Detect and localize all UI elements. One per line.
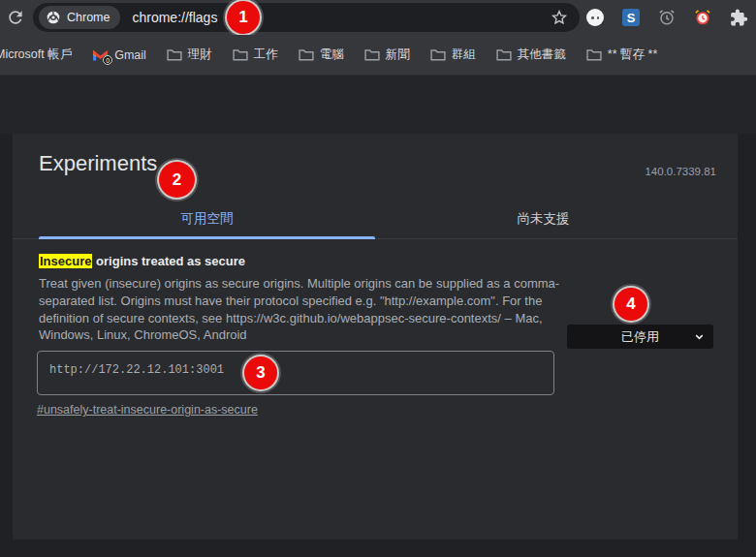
browser-toolbar: Chrome chrome://flags S 1 — [0, 0, 756, 35]
alarm-clock-red-icon[interactable] — [694, 9, 711, 26]
bookmark-label: 理財 — [188, 46, 212, 63]
annotation-badge-4: 4 — [614, 288, 647, 321]
chip-label: Chrome — [67, 11, 110, 24]
folder-icon — [496, 48, 512, 61]
flag-title: Insecure origins treated as secure — [39, 254, 245, 268]
chevron-down-icon — [693, 330, 706, 343]
bookmark-label: 其他書籤 — [518, 46, 566, 63]
flag-permalink[interactable]: #unsafely-treat-insecure-origin-as-secur… — [37, 403, 258, 417]
gmail-icon: 0 — [92, 48, 109, 61]
annotation-badge-2: 2 — [159, 162, 195, 198]
chrome-search-chip[interactable]: Chrome — [39, 6, 120, 29]
bookmark-label: 新聞 — [386, 46, 410, 63]
chrome-logo-icon — [46, 10, 61, 25]
bookmark-folder-temp[interactable]: ** 暫存 ** — [586, 46, 657, 63]
s-extension-icon[interactable]: S — [622, 9, 640, 26]
flags-search-header: Insecure × 全部重設 2 — [0, 76, 756, 134]
bookmark-gmail[interactable]: 0 Gmail — [92, 48, 146, 62]
bookmark-label: ** 暫存 ** — [608, 46, 657, 63]
url-text: chrome://flags — [132, 10, 217, 25]
folder-icon — [233, 48, 248, 61]
white-circle-extension-icon[interactable] — [586, 9, 604, 26]
bookmark-folder-news[interactable]: 新聞 — [364, 46, 410, 63]
bookmark-folder-finance[interactable]: 理財 — [167, 46, 212, 63]
flag-state-select[interactable]: 已停用 — [567, 325, 713, 349]
browser-window: Chrome chrome://flags S 1 Microsoft 帳戶 — [0, 0, 756, 557]
flags-tabs: 可用空間 尚未支援 — [13, 201, 738, 239]
bookmark-label: Gmail — [114, 48, 146, 62]
tab-available[interactable]: 可用空間 — [39, 201, 375, 238]
alarm-clock-gray-icon[interactable] — [658, 9, 676, 26]
chrome-version: 140.0.7339.81 — [645, 166, 716, 177]
extensions-puzzle-icon[interactable] — [730, 9, 747, 26]
bookmark-label: Microsoft 帳戶 — [0, 46, 72, 63]
annotation-badge-1: 1 — [227, 1, 260, 34]
bookmark-label: 電腦 — [320, 46, 344, 63]
bookmark-microsoft-account[interactable]: Microsoft 帳戶 — [0, 46, 72, 63]
flags-content-card: Experiments 140.0.7339.81 可用空間 尚未支援 Inse… — [13, 134, 738, 540]
address-bar[interactable]: Chrome chrome://flags — [33, 3, 580, 32]
bookmark-star-icon[interactable] — [551, 9, 568, 26]
folder-icon — [364, 48, 380, 61]
bookmark-folder-other[interactable]: 其他書籤 — [496, 46, 566, 63]
extensions-row: S — [586, 9, 756, 26]
folder-icon — [586, 48, 602, 61]
bookmarks-bar: Microsoft 帳戶 0 Gmail 理財 工作 電腦 — [0, 35, 756, 76]
page-title: Experiments — [39, 151, 157, 176]
reload-icon — [6, 8, 25, 27]
search-highlight: Insecure — [39, 254, 92, 268]
annotation-badge-3: 3 — [244, 356, 277, 389]
gmail-count-badge: 0 — [103, 55, 112, 65]
folder-icon — [430, 48, 446, 61]
flag-title-rest: origins treated as secure — [92, 254, 245, 268]
origins-input[interactable]: http://172.22.12.101:3001 — [37, 351, 554, 395]
bookmark-folder-groups[interactable]: 群組 — [430, 46, 476, 63]
tab-unavailable[interactable]: 尚未支援 — [375, 201, 711, 238]
folder-icon — [167, 48, 182, 61]
flag-select-value: 已停用 — [621, 328, 659, 346]
reload-button[interactable] — [6, 8, 25, 27]
origins-value: http://172.22.12.101:3001 — [49, 363, 224, 377]
bookmark-label: 群組 — [452, 46, 476, 63]
flag-description: Treat given (insecure) origins as secure… — [39, 275, 583, 344]
bookmark-label: 工作 — [254, 46, 278, 63]
folder-icon — [299, 48, 314, 61]
bookmark-folder-work[interactable]: 工作 — [233, 46, 278, 63]
bookmark-folder-computer[interactable]: 電腦 — [299, 46, 344, 63]
